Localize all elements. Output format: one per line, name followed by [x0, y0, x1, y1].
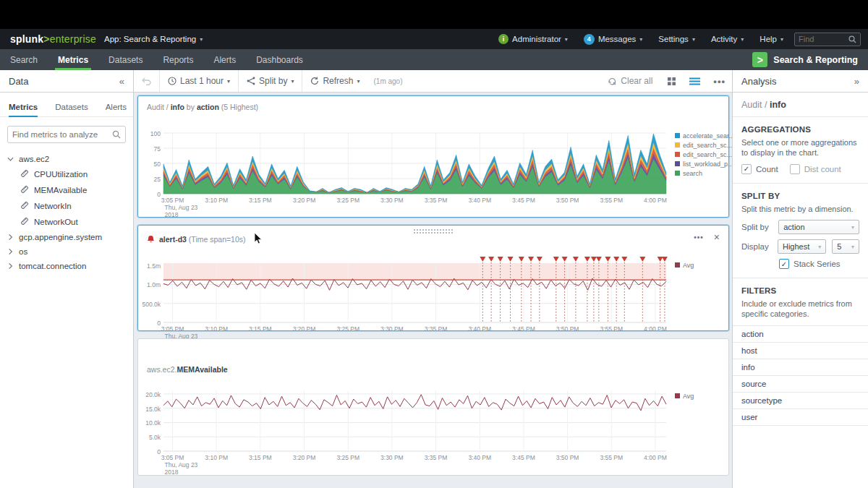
nav-reports[interactable]: Reports — [153, 49, 203, 70]
metric-item-CPUUtilization[interactable]: CPUUtilization — [0, 166, 133, 182]
filter-item-host[interactable]: host — [733, 342, 868, 359]
x-axis-tick: 3:05 PM — [157, 454, 189, 461]
aggregations-heading: AGGREGATIONS — [741, 125, 859, 134]
metrics-search-box[interactable] — [7, 126, 126, 143]
filter-item-info[interactable]: info — [733, 359, 868, 375]
tree-node-label: tomcat.connection — [19, 262, 86, 270]
x-axis-tick: 3:45 PM — [508, 454, 540, 461]
nav-metrics[interactable]: Metrics — [48, 49, 98, 70]
y-axis-tick: 15.0k — [139, 406, 161, 413]
top-bar: splunk>enterprise App: Search & Reportin… — [0, 29, 868, 49]
chart-card-audit-info[interactable]: Audit / info by action (5 Highest) 02550… — [137, 95, 729, 218]
chart-plot-area[interactable] — [163, 390, 666, 451]
display-mode-value: Highest — [783, 242, 809, 251]
chart-plot-area[interactable] — [163, 256, 666, 322]
filter-item-user[interactable]: user — [733, 408, 868, 426]
splitby-description: Split this metric by a dimension. — [741, 205, 859, 215]
tree-node-label: os — [19, 247, 27, 256]
checkbox-checked: ✓ — [741, 164, 752, 174]
analysis-metric-title: Audit / info — [741, 100, 859, 116]
x-axis-tick: 3:10 PM — [200, 325, 232, 333]
chart-plot-area[interactable] — [163, 133, 666, 194]
legend-item[interactable]: edit_search_sc... — [675, 140, 732, 150]
metrics-search-input[interactable] — [12, 130, 112, 139]
dist-count-checkbox[interactable]: Dist count — [790, 164, 841, 174]
metric-item-MEMAvailable[interactable]: MEMAvailable — [0, 182, 133, 198]
sidebar-tabs: Metrics Datasets Alerts — [0, 93, 133, 117]
tree-node-os[interactable]: os — [0, 244, 133, 259]
user-menu[interactable]: iAdministrator▾ — [498, 34, 568, 44]
current-app-badge[interactable]: >Search & Reporting — [742, 49, 868, 70]
time-range-picker[interactable]: Last 1 hour ▾ — [160, 70, 239, 92]
tree-node-gcp.appengine.system[interactable]: gcp.appengine.system — [0, 230, 133, 244]
collapse-sidebar-icon[interactable]: « — [119, 76, 124, 87]
clear-all-button[interactable]: Clear all — [600, 70, 660, 92]
x-axis-tick: 3:30 PM — [376, 454, 408, 461]
chevron-down-icon: ▾ — [692, 36, 695, 43]
nav-search[interactable]: Search — [0, 49, 48, 70]
display-count-select[interactable]: 5▾ — [832, 239, 859, 254]
x-axis-tick: 3:50 PM — [552, 454, 584, 461]
legend-label: Avg — [683, 393, 694, 400]
nav-alerts[interactable]: Alerts — [203, 49, 246, 70]
chart-menu-icon[interactable]: ••• — [694, 234, 704, 241]
chart-card-memavailable[interactable]: aws.ec2.MEMAvailable 05.0k10.0k15.0k20.0… — [137, 338, 729, 476]
activity-menu[interactable]: Activity▾ — [711, 35, 744, 43]
chart-title: aws.ec2.MEMAvailable — [147, 365, 228, 374]
checkbox-unchecked — [790, 164, 800, 174]
split-by-button[interactable]: Split by ▾ — [239, 70, 302, 92]
messages-menu[interactable]: 4Messages▾ — [584, 34, 642, 45]
find-search-box[interactable] — [794, 33, 861, 46]
legend-item[interactable]: search — [675, 168, 732, 178]
app-menu[interactable]: App: Search & Reporting▾ — [104, 35, 203, 43]
display-field-label: Display — [741, 242, 772, 251]
divider — [733, 278, 868, 278]
legend-item[interactable]: edit_search_sc... — [675, 150, 732, 159]
chart-card-alert-d3[interactable]: alert-d3 (Time span=10s) ••• × 0500.0k1.… — [137, 225, 729, 331]
stack-series-checkbox[interactable]: ✓Stack Series — [779, 259, 859, 269]
y-axis-tick: 5.0k — [139, 434, 161, 441]
splunk-logo[interactable]: splunk>enterprise — [10, 33, 96, 45]
legend-item[interactable]: accelerate_sear... — [675, 131, 732, 140]
grid-view-button[interactable] — [660, 70, 683, 92]
list-view-button[interactable] — [683, 70, 707, 92]
nav-datasets[interactable]: Datasets — [98, 49, 153, 70]
chevron-down-icon: ▾ — [851, 224, 854, 231]
analysis-panel-title: Analysis — [741, 76, 776, 87]
filter-item-sourcetype[interactable]: sourcetype — [733, 392, 868, 408]
legend-item[interactable]: Avg — [675, 260, 694, 270]
collapse-analysis-icon[interactable]: » — [854, 76, 859, 87]
display-mode-select[interactable]: Highest▾ — [778, 239, 826, 254]
metric-item-NetworkIn[interactable]: NetworkIn — [0, 198, 133, 214]
find-input[interactable] — [799, 35, 848, 43]
legend-item[interactable]: list_workload_p... — [675, 159, 732, 168]
undo-button[interactable] — [134, 70, 160, 92]
x-axis-tick: 3:45 PM — [508, 325, 540, 333]
stack-series-label: Stack Series — [793, 260, 841, 268]
drag-handle[interactable] — [413, 228, 454, 234]
tab-datasets[interactable]: Datasets — [55, 100, 88, 116]
tree-node-tomcat.connection[interactable]: tomcat.connection — [0, 259, 133, 273]
legend-item[interactable]: Avg — [675, 391, 694, 401]
x-axis-tick: 3:50 PM — [552, 325, 584, 333]
tab-metrics[interactable]: Metrics — [9, 100, 38, 116]
split-by-select[interactable]: action▾ — [778, 220, 859, 234]
tree-node-aws.ec2[interactable]: aws.ec2 — [0, 152, 133, 166]
tree-node-label: gcp.appengine.system — [19, 233, 102, 241]
chevron-down-icon: ▾ — [741, 36, 744, 43]
chart-close-icon[interactable]: × — [714, 231, 720, 243]
filter-item-action[interactable]: action — [733, 325, 868, 342]
nav-dashboards[interactable]: Dashboards — [246, 49, 313, 70]
refresh-button[interactable]: Refresh ▾ — [302, 70, 367, 92]
display-count-value: 5 — [837, 242, 841, 251]
more-options-button[interactable]: ••• — [707, 70, 732, 92]
filter-item-source[interactable]: source — [733, 375, 868, 392]
count-checkbox[interactable]: ✓Count — [741, 164, 778, 174]
tab-alerts[interactable]: Alerts — [106, 100, 127, 116]
settings-menu[interactable]: Settings▾ — [658, 35, 695, 43]
metrics-tree: aws.ec2CPUUtilizationMEMAvailableNetwork… — [0, 147, 133, 278]
x-axis-date: Thu, Aug 23 — [165, 461, 208, 468]
metric-item-label: NetworkIn — [34, 202, 72, 210]
metric-item-NetworkOut[interactable]: NetworkOut — [0, 214, 133, 230]
help-menu[interactable]: Help▾ — [760, 35, 783, 43]
